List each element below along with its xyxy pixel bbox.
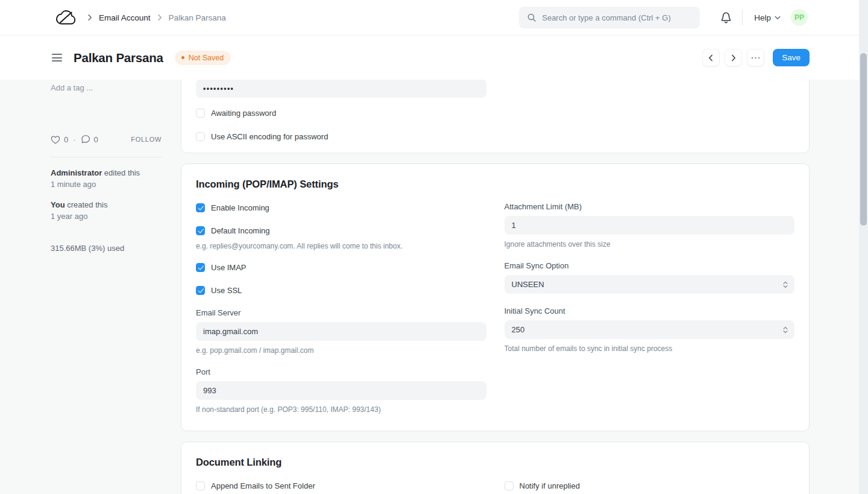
use-imap-label: Use IMAP <box>211 263 247 272</box>
password-column: Awaiting password Use ASCII encoding for… <box>196 80 486 141</box>
social-row: 0 · 0 FOLLOW <box>51 135 162 144</box>
ascii-encoding-label: Use ASCII encoding for password <box>211 132 328 141</box>
ascii-encoding-checkbox[interactable] <box>196 132 205 141</box>
initial-sync-count-help: Total number of emails to sync in initia… <box>505 344 795 353</box>
email-server-help: e.g. pop.gmail.com / imap.gmail.com <box>196 346 486 355</box>
like-button[interactable]: 0 <box>51 135 68 144</box>
password-section-card: Awaiting password Use ASCII encoding for… <box>181 80 810 153</box>
more-options-button[interactable] <box>747 49 764 66</box>
port-label: Port <box>196 368 486 376</box>
default-incoming-checkbox[interactable] <box>196 226 205 235</box>
next-document-button[interactable] <box>725 49 742 66</box>
document-sidebar: Add a tag ... 0 · 0 FOLLOW Administrator… <box>51 80 162 494</box>
email-server-input[interactable] <box>196 322 486 341</box>
storage-usage: 315.66MB (3%) used <box>51 244 162 253</box>
email-sync-option-label: Email Sync Option <box>505 262 795 270</box>
notify-unreplied-row: Notify if unreplied <box>505 481 795 490</box>
email-sync-option-field-group: Email Sync Option UNSEEN <box>505 262 795 294</box>
notify-unreplied-label: Notify if unreplied <box>520 481 580 490</box>
default-incoming-row: Default Incoming <box>196 226 486 235</box>
chevron-up-down-icon <box>782 326 789 334</box>
help-menu[interactable]: Help <box>754 13 781 22</box>
top-navbar: Email Account Palkan Parsana Search or t… <box>0 0 868 36</box>
use-imap-row: Use IMAP <box>196 262 486 272</box>
chevron-right-icon <box>157 14 162 21</box>
add-tag-input[interactable]: Add a tag ... <box>51 83 162 92</box>
dot-separator: · <box>73 135 75 144</box>
port-input[interactable] <box>196 381 486 400</box>
email-sync-option-select[interactable]: UNSEEN <box>505 275 795 294</box>
navbar-left: Email Account Palkan Parsana <box>55 10 226 26</box>
breadcrumb: Email Account Palkan Parsana <box>87 13 226 22</box>
attachment-limit-help: Ignore attachments over this size <box>505 240 795 249</box>
append-sent-row: Append Emails to Sent Folder <box>196 481 486 490</box>
edited-time: 1 minute ago <box>51 180 162 189</box>
edited-by-line: Administrator edited this <box>51 168 162 177</box>
initial-sync-count-select[interactable]: 250 <box>505 320 795 339</box>
attachment-limit-label: Attachment Limit (MB) <box>505 203 795 211</box>
ascii-encoding-row: Use ASCII encoding for password <box>196 131 486 141</box>
attachment-limit-input[interactable] <box>505 216 795 235</box>
initial-sync-count-label: Initial Sync Count <box>505 307 795 315</box>
help-label: Help <box>754 13 771 22</box>
created-by-group: You created this 1 year ago <box>51 200 162 221</box>
breadcrumb-current: Palkan Parsana <box>169 13 226 22</box>
password-field[interactable] <box>196 80 486 98</box>
form-area: Awaiting password Use ASCII encoding for… <box>181 80 810 494</box>
previous-document-button[interactable] <box>702 49 720 66</box>
incoming-settings-title: Incoming (POP/IMAP) Settings <box>196 179 794 190</box>
default-incoming-label: Default Incoming <box>211 226 270 235</box>
incoming-settings-card: Incoming (POP/IMAP) Settings Enable Inco… <box>181 163 810 431</box>
ellipsis-icon <box>751 57 760 59</box>
attachment-limit-field-group: Attachment Limit (MB) Ignore attachments… <box>505 203 795 249</box>
header-actions: Save <box>702 49 810 66</box>
created-time: 1 year ago <box>51 212 162 221</box>
chevron-down-icon <box>775 16 781 20</box>
status-dot-icon <box>181 56 184 59</box>
comment-bubble-icon <box>81 135 90 144</box>
email-server-field-group: Email Server e.g. pop.gmail.com / imap.g… <box>196 309 486 355</box>
append-sent-label: Append Emails to Sent Folder <box>211 481 315 490</box>
page-scrollbar-track[interactable] <box>859 0 868 494</box>
save-button[interactable]: Save <box>773 49 810 66</box>
created-by-line: You created this <box>51 200 162 209</box>
content-area: Add a tag ... 0 · 0 FOLLOW Administrator… <box>0 80 868 494</box>
port-field-group: Port If non-standard port (e.g. POP3: 99… <box>196 368 486 414</box>
enable-incoming-row: Enable Incoming <box>196 203 486 212</box>
search-input[interactable]: Search or type a command (Ctrl + G) <box>519 7 700 28</box>
sidebar-divider <box>51 157 162 157</box>
use-imap-checkbox[interactable] <box>196 263 205 272</box>
initial-sync-count-field-group: Initial Sync Count 250 Total number of e… <box>505 307 795 353</box>
follow-button[interactable]: FOLLOW <box>131 136 162 143</box>
use-ssl-row: Use SSL <box>196 285 486 295</box>
chevron-right-icon <box>87 14 92 21</box>
page-scrollbar-thumb[interactable] <box>860 53 867 226</box>
bell-icon <box>720 11 732 24</box>
awaiting-password-row: Awaiting password <box>196 108 486 118</box>
page-header: Palkan Parsana Not Saved Save <box>0 36 868 80</box>
page-title: Palkan Parsana <box>74 51 163 65</box>
incoming-right-column: Attachment Limit (MB) Ignore attachments… <box>505 203 795 353</box>
breadcrumb-email-account[interactable]: Email Account <box>99 13 151 22</box>
enable-incoming-checkbox[interactable] <box>196 203 205 212</box>
heart-icon <box>51 135 60 144</box>
append-sent-checkbox[interactable] <box>196 481 205 490</box>
app-logo[interactable] <box>55 10 78 26</box>
incoming-left-column: Enable Incoming Default Incoming e.g. re… <box>196 203 486 414</box>
use-ssl-checkbox[interactable] <box>196 286 205 295</box>
document-linking-card: Document Linking Append Emails to Sent F… <box>181 442 810 494</box>
like-count: 0 <box>64 135 68 144</box>
awaiting-password-checkbox[interactable] <box>196 109 205 118</box>
sidebar-toggle-icon[interactable] <box>51 52 63 63</box>
awaiting-password-label: Awaiting password <box>211 109 276 118</box>
status-badge: Not Saved <box>175 51 231 65</box>
comments-button[interactable]: 0 <box>81 135 98 144</box>
document-linking-title: Document Linking <box>196 457 794 468</box>
user-avatar[interactable]: PP <box>791 9 808 26</box>
notifications-button[interactable] <box>720 11 732 24</box>
search-placeholder: Search or type a command (Ctrl + G) <box>542 13 671 22</box>
notify-unreplied-checkbox[interactable] <box>505 481 514 490</box>
port-help: If non-standard port (e.g. POP3: 995/110… <box>196 405 486 414</box>
enable-incoming-label: Enable Incoming <box>211 203 269 212</box>
chevron-up-down-icon <box>782 280 789 289</box>
